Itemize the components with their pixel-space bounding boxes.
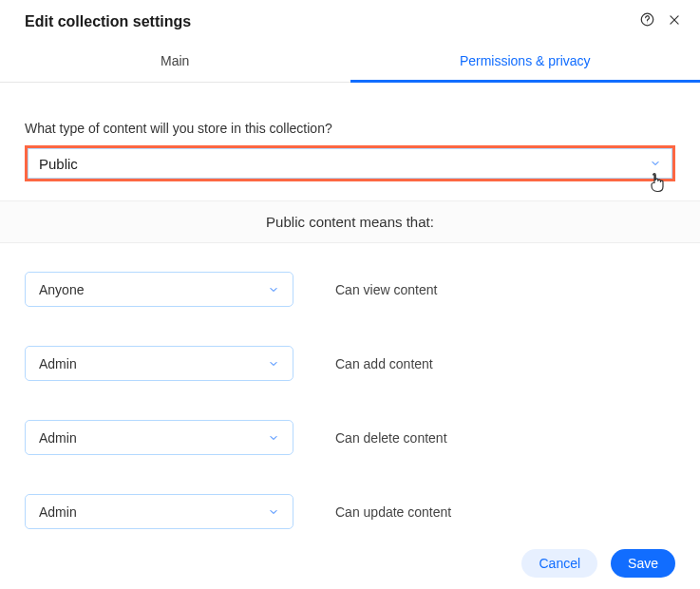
permission-add-select[interactable]: Admin — [25, 346, 293, 381]
permission-delete-label: Can delete content — [335, 430, 447, 446]
permission-view-value: Anyone — [39, 282, 84, 297]
permissions-list: Anyone Can view content Admin Can add co… — [0, 243, 700, 578]
permission-update-select[interactable]: Admin — [25, 494, 293, 529]
svg-point-1 — [647, 23, 648, 24]
permission-delete-select[interactable]: Admin — [25, 420, 293, 455]
chevron-down-icon — [268, 284, 279, 295]
content-area: What type of content will you store in t… — [0, 83, 700, 181]
header-icons — [640, 12, 681, 30]
modal-header: Edit collection settings — [0, 0, 700, 40]
permission-row: Admin Can delete content — [25, 420, 675, 455]
permission-row: Anyone Can view content — [25, 272, 675, 307]
help-icon[interactable] — [640, 12, 654, 30]
content-type-question: What type of content will you store in t… — [25, 121, 675, 136]
modal-title: Edit collection settings — [25, 13, 191, 30]
permission-row: Admin Can update content — [25, 494, 675, 529]
permission-delete-value: Admin — [39, 430, 77, 446]
tab-main[interactable]: Main — [0, 40, 350, 82]
tab-permissions[interactable]: Permissions & privacy — [350, 40, 701, 82]
save-button[interactable]: Save — [611, 549, 675, 578]
permission-add-label: Can add content — [335, 356, 433, 371]
chevron-down-icon — [268, 358, 279, 370]
close-icon[interactable] — [668, 13, 681, 30]
cancel-button[interactable]: Cancel — [521, 549, 597, 578]
permission-update-value: Admin — [39, 504, 77, 520]
permission-update-label: Can update content — [335, 504, 451, 520]
content-type-select[interactable]: Public — [25, 145, 675, 181]
permission-add-value: Admin — [39, 356, 77, 371]
chevron-down-icon — [268, 432, 279, 444]
footer-buttons: Cancel Save — [521, 549, 675, 578]
permission-row: Admin Can add content — [25, 346, 675, 381]
chevron-down-icon — [268, 506, 279, 518]
tabs: Main Permissions & privacy — [0, 40, 700, 83]
content-type-explain-banner: Public content means that: — [0, 200, 700, 243]
permission-view-label: Can view content — [335, 282, 437, 297]
permission-view-select[interactable]: Anyone — [25, 272, 293, 307]
